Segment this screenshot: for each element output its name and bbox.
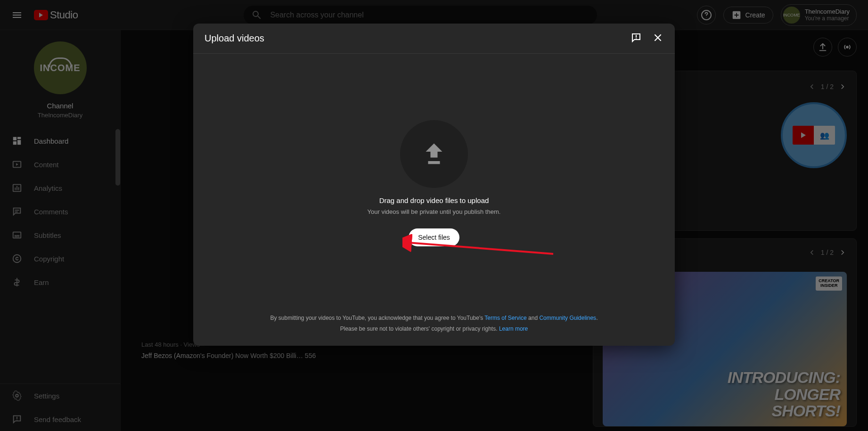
feedback-icon[interactable]	[631, 32, 642, 45]
dropzone-title: Drag and drop video files to upload	[379, 196, 489, 204]
select-files-button[interactable]: Select files	[409, 228, 459, 246]
dropzone[interactable]: Drag and drop video files to upload Your…	[193, 54, 675, 313]
upload-circle	[400, 120, 468, 188]
tos-link[interactable]: Terms of Service	[484, 315, 526, 321]
close-icon[interactable]	[652, 32, 663, 45]
upload-modal: Upload videos Drag and drop video files …	[193, 24, 675, 346]
svg-rect-8	[428, 161, 440, 164]
modal-header: Upload videos	[193, 24, 675, 54]
learn-more-link[interactable]: Learn more	[499, 325, 528, 332]
modal-footer: By submitting your videos to YouTube, yo…	[193, 313, 675, 346]
guidelines-link[interactable]: Community Guidelines	[539, 315, 596, 321]
upload-arrow-icon	[420, 140, 448, 168]
dropzone-subtitle: Your videos will be private until you pu…	[368, 208, 501, 215]
modal-title: Upload videos	[205, 33, 264, 44]
